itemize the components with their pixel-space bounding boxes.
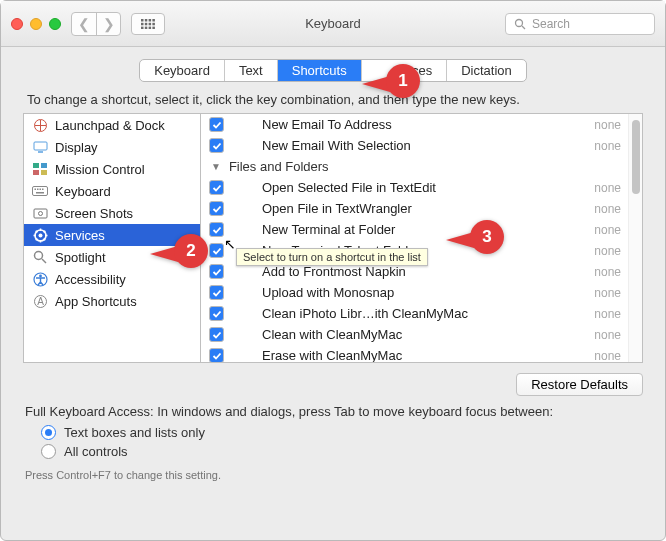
svg-text:A: A	[37, 296, 44, 307]
svg-point-12	[516, 19, 523, 26]
shortcut-value: none	[594, 244, 627, 258]
shortcut-value: none	[594, 181, 627, 195]
checkbox[interactable]	[209, 285, 224, 300]
shortcut-item[interactable]: Open File in TextWranglernone	[209, 198, 627, 219]
checkbox[interactable]	[209, 138, 224, 153]
svg-rect-24	[35, 189, 37, 191]
tab-keyboard[interactable]: Keyboard	[140, 60, 225, 81]
shortcut-value: none	[594, 265, 627, 279]
svg-rect-7	[152, 22, 155, 25]
svg-point-41	[35, 252, 43, 260]
svg-rect-10	[149, 26, 152, 28]
checkbox[interactable]	[209, 306, 224, 321]
accessibility-icon	[32, 271, 48, 287]
shortcut-list[interactable]: New Email To AddressnoneNew Email With S…	[201, 113, 643, 363]
svg-rect-9	[145, 26, 148, 28]
fka-option-all[interactable]: All controls	[41, 442, 641, 461]
zoom-window-button[interactable]	[49, 18, 61, 30]
shortcut-value: none	[594, 349, 627, 363]
fka-title: Full Keyboard Access: In windows and dia…	[25, 404, 641, 419]
category-screen-shots[interactable]: Screen Shots	[24, 202, 200, 224]
svg-rect-5	[145, 22, 148, 25]
restore-defaults-button[interactable]: Restore Defaults	[516, 373, 643, 396]
svg-rect-20	[41, 163, 47, 168]
svg-point-44	[39, 274, 42, 277]
full-keyboard-access: Full Keyboard Access: In windows and dia…	[1, 400, 665, 467]
category-mission-control[interactable]: Mission Control	[24, 158, 200, 180]
svg-rect-3	[152, 19, 155, 22]
titlebar: ❮ ❯ Keyboard Search	[1, 1, 665, 47]
checkbox[interactable]	[209, 327, 224, 342]
scrollbar-thumb[interactable]	[632, 120, 640, 194]
close-window-button[interactable]	[11, 18, 23, 30]
svg-rect-19	[33, 163, 39, 168]
shortcut-value: none	[594, 328, 627, 342]
fka-option-textboxes[interactable]: Text boxes and lists only	[41, 423, 641, 442]
shortcut-item[interactable]: Erase with CleanMyMacnone	[209, 345, 627, 363]
svg-rect-11	[152, 26, 155, 28]
search-placeholder: Search	[532, 17, 570, 31]
shortcut-value: none	[594, 139, 627, 153]
category-display[interactable]: Display	[24, 136, 200, 158]
checkbox[interactable]	[209, 243, 224, 258]
checkbox[interactable]	[209, 180, 224, 195]
checkbox[interactable]	[209, 222, 224, 237]
shortcut-item[interactable]: Clean iPhoto Libr…ith CleanMyMacnone	[209, 303, 627, 324]
spotlight-icon	[32, 249, 48, 265]
back-button[interactable]: ❮	[72, 13, 96, 35]
restore-row: Restore Defaults	[1, 363, 665, 400]
panels: Launchpad & DockDisplayMission ControlKe…	[1, 113, 665, 363]
minimize-window-button[interactable]	[30, 18, 42, 30]
checkbox[interactable]	[209, 117, 224, 132]
svg-rect-2	[149, 19, 152, 22]
forward-button[interactable]: ❯	[96, 13, 120, 35]
shortcut-item[interactable]: Clean with CleanMyMacnone	[209, 324, 627, 345]
apps-icon: A	[32, 293, 48, 309]
shortcut-item[interactable]: New Email With Selectionnone	[209, 135, 627, 156]
shortcut-item[interactable]: Upload with Monosnapnone	[209, 282, 627, 303]
tab-text[interactable]: Text	[225, 60, 278, 81]
category-app-shortcuts[interactable]: AApp Shortcuts	[24, 290, 200, 312]
annotation-3: 3	[446, 220, 504, 258]
svg-point-40	[38, 233, 42, 237]
svg-rect-26	[40, 189, 42, 191]
svg-rect-4	[141, 22, 144, 25]
search-field[interactable]: Search	[505, 13, 655, 35]
svg-line-13	[522, 26, 525, 29]
disclosure-icon: ▼	[211, 161, 221, 172]
nav-buttons: ❮ ❯	[71, 12, 121, 36]
checkbox[interactable]	[209, 348, 224, 363]
svg-rect-0	[141, 19, 144, 22]
tab-shortcuts[interactable]: Shortcuts	[278, 60, 362, 81]
keyboard-icon	[32, 183, 48, 199]
tab-bar: KeyboardTextShortcutsrcesDictation	[1, 47, 665, 88]
shortcut-value: none	[594, 286, 627, 300]
services-icon	[32, 227, 48, 243]
radio-off-icon	[41, 444, 56, 459]
tab-dictation[interactable]: Dictation	[447, 60, 526, 81]
svg-point-30	[38, 212, 42, 216]
traffic-lights	[11, 18, 61, 30]
svg-rect-27	[42, 189, 44, 191]
shortcut-item[interactable]: Open Selected File in TextEditnone	[209, 177, 627, 198]
mission-icon	[32, 161, 48, 177]
svg-rect-22	[41, 170, 47, 175]
category-keyboard[interactable]: Keyboard	[24, 180, 200, 202]
shortcut-group[interactable]: ▼Files and Folders	[209, 156, 627, 177]
display-icon	[32, 139, 48, 155]
screenshot-icon	[32, 205, 48, 221]
shortcut-value: none	[594, 223, 627, 237]
shortcut-item[interactable]: New Email To Addressnone	[209, 114, 627, 135]
svg-rect-1	[145, 19, 148, 22]
annotation-1: 1	[362, 64, 420, 102]
svg-line-42	[42, 259, 46, 263]
instruction-text: To change a shortcut, select it, click t…	[1, 88, 665, 113]
shortcut-value: none	[594, 202, 627, 216]
checkbox[interactable]	[209, 201, 224, 216]
svg-rect-28	[36, 192, 44, 194]
shortcut-item[interactable]: New Terminal at Foldernone	[209, 219, 627, 240]
category-launchpad-dock[interactable]: Launchpad & Dock	[24, 114, 200, 136]
show-all-button[interactable]	[131, 13, 165, 35]
checkbox[interactable]	[209, 264, 224, 279]
scrollbar[interactable]	[628, 114, 642, 362]
